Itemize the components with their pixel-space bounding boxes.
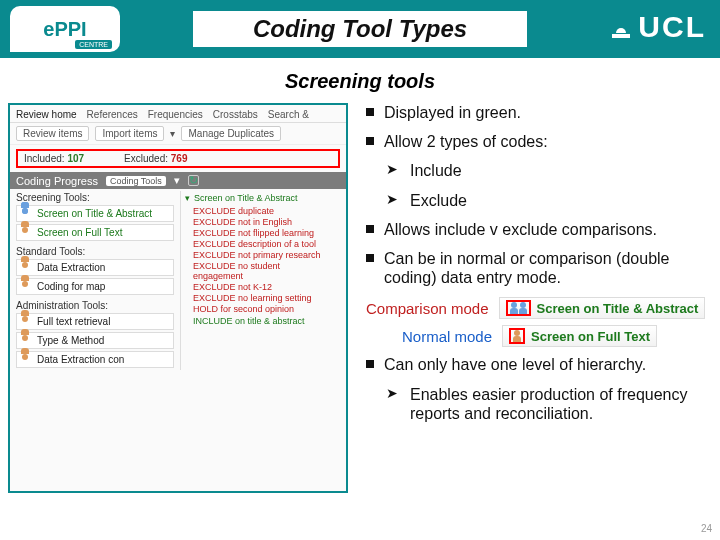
tab-crosstabs[interactable]: Crosstabs [213, 109, 258, 120]
ucl-logo: UCL [610, 10, 706, 44]
screening-tools-label: Screening Tools: [10, 189, 180, 203]
subtab-review-items[interactable]: Review items [16, 126, 89, 141]
tab-review-home[interactable]: Review home [16, 109, 77, 120]
subtab-manage-duplicates[interactable]: Manage Duplicates [181, 126, 281, 141]
bullet-comparisons: Allows include v exclude comparisons. [366, 220, 710, 239]
eppi-logo: ePPI CENTRE [10, 6, 120, 52]
code-exclude[interactable]: EXCLUDE duplicate [193, 206, 326, 216]
include-exclude-highlight: Included: 107 Excluded: 769 [16, 149, 340, 168]
tool-screen-full-text[interactable]: Screen on Full Text [16, 224, 174, 241]
code-include[interactable]: INCLUDE on title & abstract [193, 316, 326, 326]
tool-type-method[interactable]: Type & Method [16, 332, 174, 349]
refresh-icon[interactable]: ↻ [188, 175, 199, 186]
bullet-freq-reports: Enables easier production of frequency r… [376, 385, 710, 423]
tool-data-extraction-con[interactable]: Data Extraction con [16, 351, 174, 368]
bullet-modes: Can be in normal or comparison (double c… [366, 249, 710, 287]
app-screenshot: Review home References Frequencies Cross… [8, 103, 348, 493]
subtab-import-items[interactable]: Import items [95, 126, 164, 141]
code-exclude[interactable]: EXCLUDE not primary research [193, 250, 326, 260]
admin-tools-label: Administration Tools: [10, 297, 180, 311]
tool-full-text-retrieval[interactable]: Full text retrieval [16, 313, 174, 330]
two-person-icon [506, 300, 531, 316]
included-count: 107 [67, 153, 84, 164]
normal-chip-label: Screen on Full Text [531, 329, 650, 344]
eppi-logo-text: ePPI [43, 18, 86, 41]
ucl-dome-icon [610, 16, 632, 38]
bullet-displayed-green: Displayed in green. [366, 103, 710, 122]
dropdown-icon[interactable]: ▾ [174, 174, 180, 187]
dropdown-icon[interactable]: ▾ [170, 128, 175, 139]
page-number: 24 [701, 523, 712, 534]
tool-coding-for-map[interactable]: Coding for map [16, 278, 174, 295]
bullet-two-types: Allow 2 types of codes: [366, 132, 710, 151]
code-exclude[interactable]: EXCLUDE not in English [193, 217, 326, 227]
standard-tools-label: Standard Tools: [10, 243, 180, 257]
eppi-logo-sub: CENTRE [75, 40, 112, 49]
normal-mode-chip[interactable]: Screen on Full Text [502, 325, 657, 347]
coding-tools-pill[interactable]: Coding Tools [106, 176, 166, 186]
code-exclude[interactable]: EXCLUDE not flipped learning [193, 228, 326, 238]
slide-title: Coding Tool Types [253, 15, 467, 43]
code-exclude[interactable]: EXCLUDE description of a tool [193, 239, 326, 249]
normal-mode-label: Normal mode [402, 328, 492, 345]
ucl-text: UCL [638, 10, 706, 44]
code-hold[interactable]: HOLD for second opinion [193, 304, 326, 314]
comparison-mode-chip[interactable]: Screen on Title & Abstract [499, 297, 706, 319]
excluded-count: 769 [171, 153, 188, 164]
codes-panel: ▾Screen on Title & Abstract EXCLUDE dupl… [180, 191, 330, 370]
tool-data-extraction[interactable]: Data Extraction [16, 259, 174, 276]
one-person-icon [509, 328, 525, 344]
bullet-exclude: Exclude [376, 191, 710, 210]
section-title: Coding Progress [16, 175, 98, 187]
comparison-mode-label: Comparison mode [366, 300, 489, 317]
codes-panel-header: Screen on Title & Abstract [194, 193, 298, 203]
tab-frequencies[interactable]: Frequencies [148, 109, 203, 120]
excluded-label: Excluded: [124, 153, 168, 164]
tool-screen-title-abstract[interactable]: Screen on Title & Abstract [16, 205, 174, 222]
included-label: Included: [24, 153, 65, 164]
bullet-include: Include [376, 161, 710, 180]
tab-references[interactable]: References [87, 109, 138, 120]
code-exclude[interactable]: EXCLUDE no student engagement [193, 261, 326, 281]
chevron-down-icon[interactable]: ▾ [185, 193, 190, 203]
slide-subtitle: Screening tools [0, 70, 720, 93]
code-exclude[interactable]: EXCLUDE no learning setting [193, 293, 326, 303]
code-exclude[interactable]: EXCLUDE not K-12 [193, 282, 326, 292]
bullet-one-level: Can only have one level of hierarchy. [366, 355, 710, 374]
comparison-chip-label: Screen on Title & Abstract [537, 301, 699, 316]
tab-search[interactable]: Search & [268, 109, 309, 120]
